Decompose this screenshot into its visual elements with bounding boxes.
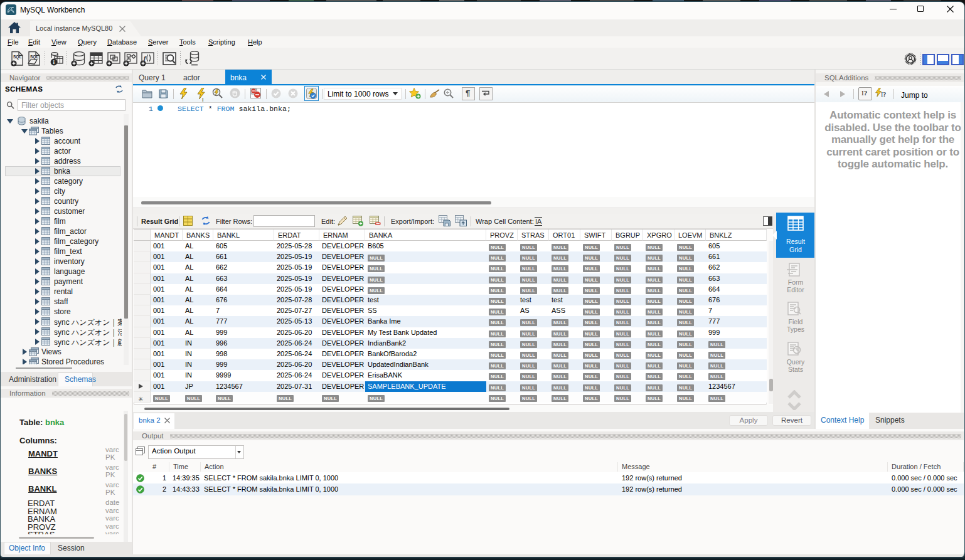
svg-text:SQL: SQL (13, 55, 21, 60)
svg-text:f: f (144, 54, 147, 61)
svg-text:SQL: SQL (30, 55, 38, 60)
